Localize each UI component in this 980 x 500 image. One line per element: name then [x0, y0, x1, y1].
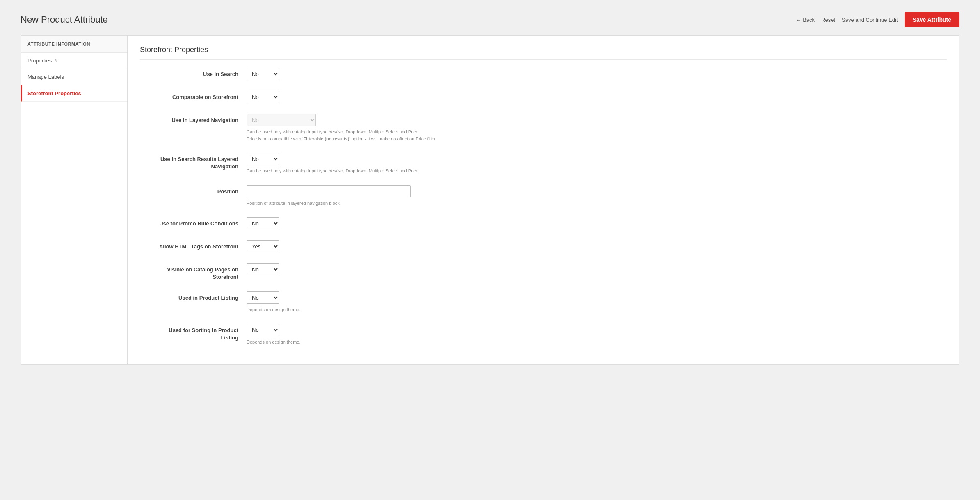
reset-label: Reset	[821, 17, 835, 23]
label-comparable-on-storefront: Comparable on Storefront	[140, 91, 247, 101]
form-row-used-in-product-listing: Used in Product Listing No Yes Depends o…	[140, 290, 947, 315]
form-row-visible-catalog-pages: Visible on Catalog Pages onStorefront No…	[140, 261, 947, 282]
select-promo-rule-conditions[interactable]: No Yes	[247, 217, 279, 229]
section-title: Storefront Properties	[140, 46, 947, 60]
back-label: Back	[803, 17, 815, 23]
label-promo-rule-conditions: Use for Promo Rule Conditions	[140, 217, 247, 227]
edit-icon: ✎	[54, 58, 58, 63]
hint-search-results-layered-navigation: Can be used only with catalog input type…	[247, 167, 947, 174]
select-allow-html-tags[interactable]: No Yes	[247, 240, 279, 252]
label-used-in-product-listing: Used in Product Listing	[140, 291, 247, 302]
save-continue-label: Save and Continue Edit	[842, 17, 898, 23]
select-row-catalog-pages: No Yes	[247, 263, 947, 275]
form-row-promo-rule-conditions: Use for Promo Rule Conditions No Yes	[140, 216, 947, 231]
field-comparable-on-storefront: No Yes	[247, 91, 947, 103]
form-row-allow-html-tags: Allow HTML Tags on Storefront No Yes	[140, 239, 947, 254]
form-row-use-in-layered-navigation: Use in Layered Navigation No Filterable …	[140, 112, 947, 144]
label-allow-html-tags: Allow HTML Tags on Storefront	[140, 240, 247, 250]
content-card: ATTRIBUTE INFORMATION Properties ✎ Manag…	[21, 35, 959, 365]
hint-use-in-layered-navigation: Can be used only with catalog input type…	[247, 128, 947, 142]
select-use-in-search[interactable]: No Yes	[247, 68, 279, 80]
field-promo-rule-conditions: No Yes	[247, 217, 947, 229]
hint-used-for-sorting: Depends on design theme.	[247, 339, 947, 346]
save-attribute-button[interactable]: Save Attribute	[905, 12, 959, 27]
form-row-comparable-on-storefront: Comparable on Storefront No Yes	[140, 89, 947, 105]
input-position[interactable]	[247, 185, 411, 197]
main-content: Storefront Properties Use in Search No Y…	[128, 36, 959, 364]
label-use-in-layered-navigation: Use in Layered Navigation	[140, 114, 247, 124]
save-continue-button[interactable]: Save and Continue Edit	[842, 17, 898, 23]
field-used-in-product-listing: No Yes Depends on design theme.	[247, 291, 947, 313]
page-wrapper: New Product Attribute ← Back Reset Save …	[0, 0, 980, 377]
select-row-promo-rule: No Yes	[247, 217, 947, 229]
field-use-in-layered-navigation: No Filterable (with results) Filterable …	[247, 114, 947, 142]
hint-position: Position of attribute in layered navigat…	[247, 200, 947, 207]
select-used-for-sorting[interactable]: No Yes	[247, 324, 279, 336]
sidebar-item-manage-labels[interactable]: Manage Labels	[21, 69, 127, 85]
form-row-search-results-layered-navigation: Use in Search Results LayeredNavigation …	[140, 151, 947, 176]
field-used-for-sorting: No Yes Depends on design theme.	[247, 324, 947, 346]
properties-label: Properties	[27, 57, 52, 64]
select-visible-catalog-pages[interactable]: No Yes	[247, 263, 279, 275]
manage-labels-label: Manage Labels	[27, 74, 64, 80]
field-visible-catalog-pages: No Yes	[247, 263, 947, 275]
sidebar-section-title: ATTRIBUTE INFORMATION	[21, 36, 127, 53]
select-row-layered-nav: No Filterable (with results) Filterable …	[247, 114, 947, 126]
select-search-results-layered-navigation[interactable]: No Yes	[247, 153, 279, 165]
back-button[interactable]: ← Back	[796, 17, 815, 23]
label-use-in-search: Use in Search	[140, 68, 247, 78]
label-used-for-sorting: Used for Sorting in ProductListing	[140, 324, 247, 342]
select-row-product-listing: No Yes	[247, 291, 947, 304]
back-arrow-icon: ←	[796, 17, 801, 23]
label-position: Position	[140, 185, 247, 195]
field-search-results-layered-navigation: No Yes Can be used only with catalog inp…	[247, 153, 947, 174]
select-row-html-tags: No Yes	[247, 240, 947, 252]
select-row-search-results-layered: No Yes	[247, 153, 947, 165]
select-row-sorting: No Yes	[247, 324, 947, 336]
select-use-in-layered-navigation[interactable]: No Filterable (with results) Filterable …	[247, 114, 316, 126]
select-used-in-product-listing[interactable]: No Yes	[247, 291, 279, 304]
page-title: New Product Attribute	[21, 14, 108, 25]
form-row-position: Position Position of attribute in layere…	[140, 183, 947, 209]
page-header: New Product Attribute ← Back Reset Save …	[21, 12, 959, 27]
field-allow-html-tags: No Yes	[247, 240, 947, 252]
hint-used-in-product-listing: Depends on design theme.	[247, 306, 947, 313]
form-row-use-in-search: Use in Search No Yes	[140, 66, 947, 82]
header-actions: ← Back Reset Save and Continue Edit Save…	[796, 12, 959, 27]
field-position: Position of attribute in layered navigat…	[247, 185, 947, 207]
select-row-use-in-search: No Yes	[247, 68, 947, 80]
select-comparable-on-storefront[interactable]: No Yes	[247, 91, 279, 103]
save-attribute-label: Save Attribute	[913, 16, 951, 23]
sidebar: ATTRIBUTE INFORMATION Properties ✎ Manag…	[21, 36, 128, 364]
sidebar-item-storefront-properties[interactable]: Storefront Properties	[21, 85, 127, 102]
label-visible-catalog-pages: Visible on Catalog Pages onStorefront	[140, 263, 247, 281]
reset-button[interactable]: Reset	[821, 17, 835, 23]
sidebar-item-properties[interactable]: Properties ✎	[21, 53, 127, 69]
storefront-properties-label: Storefront Properties	[27, 90, 81, 96]
select-row-comparable: No Yes	[247, 91, 947, 103]
form-row-used-for-sorting: Used for Sorting in ProductListing No Ye…	[140, 322, 947, 347]
label-search-results-layered-navigation: Use in Search Results LayeredNavigation	[140, 153, 247, 170]
field-use-in-search: No Yes	[247, 68, 947, 80]
